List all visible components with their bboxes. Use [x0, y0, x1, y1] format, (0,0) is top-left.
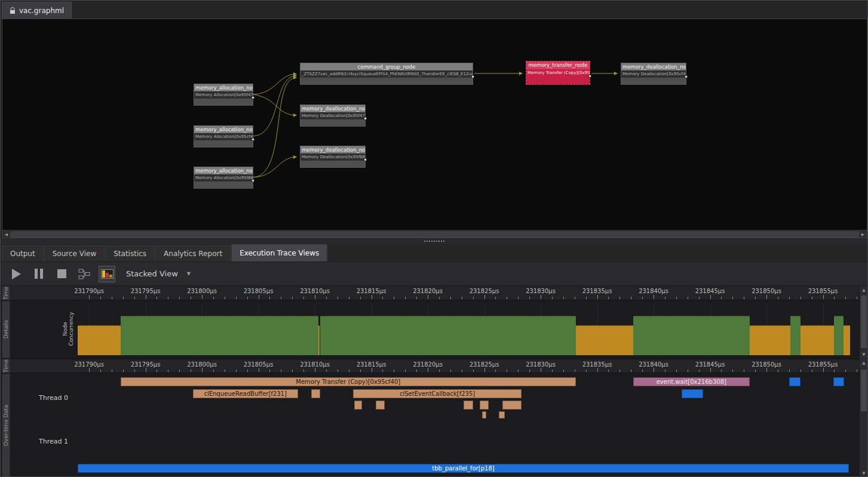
- node-title: memory_deallocation_node: [621, 63, 686, 70]
- graph-node-memory-transfer[interactable]: memory_transfer_node Memory Transfer (Co…: [526, 61, 590, 85]
- node-port[interactable]: [251, 96, 254, 99]
- tab-analytics-report[interactable]: Analytics Report: [155, 245, 231, 261]
- chevron-down-icon[interactable]: ▼: [187, 271, 191, 276]
- graph-node-memory-allocation-mid[interactable]: memory_allocation_node Memory Allocation…: [194, 125, 253, 147]
- tree-view-icon: [78, 269, 90, 279]
- ruler-tick: [778, 370, 778, 372]
- sidebar-strip-time-mid[interactable]: Time: [2, 359, 10, 373]
- trace-bar[interactable]: Memory Transfer (Copy)[0x95cf40]: [121, 377, 576, 386]
- scroll-up-icon[interactable]: ▲: [860, 359, 868, 367]
- graph-edge[interactable]: [252, 157, 296, 177]
- document-tab-vac-graphml[interactable]: vac.graphml: [2, 2, 72, 19]
- graph-node-memory-deallocation-mid[interactable]: memory_deallocation_node Memory Dealloca…: [300, 104, 366, 127]
- ruler-tick: [766, 295, 767, 299]
- scroll-down-icon[interactable]: ▼: [860, 350, 868, 359]
- splitter-grip-icon: [424, 241, 444, 242]
- sidebar-strip-time-top[interactable]: Time: [2, 286, 10, 300]
- node-port[interactable]: [471, 75, 474, 78]
- scroll-left-icon[interactable]: ◀: [2, 230, 10, 238]
- panel-splitter[interactable]: [1, 238, 867, 244]
- overtime-vertical-scrollbar[interactable]: ▲ ▼: [859, 359, 867, 477]
- trace-bar-tbb-parallel-for[interactable]: tbb_parallel_for[p18]: [78, 464, 849, 473]
- graph-node-command-group[interactable]: command_group_node _ZTSZZ7vec_addRN2cl4s…: [300, 63, 473, 85]
- graph-node-memory-allocation-top[interactable]: memory_allocation_node Memory Allocation…: [194, 84, 253, 106]
- trace-bar[interactable]: [833, 377, 845, 386]
- graph-edge[interactable]: [252, 76, 296, 136]
- ruler-tick: [112, 297, 112, 299]
- ruler-tick: [157, 297, 157, 299]
- scrollbar-thumb[interactable]: [861, 296, 867, 348]
- node-footer: [194, 99, 253, 105]
- trace-bar[interactable]: clSetEventCallback[f235]: [353, 389, 522, 398]
- trace-bar[interactable]: clEnqueueReadBuffer[f231]: [193, 389, 298, 398]
- time-ruler-label: 231845μs: [695, 361, 725, 368]
- scroll-right-icon[interactable]: ▶: [859, 230, 867, 238]
- ruler-tick: [642, 370, 643, 372]
- tree-view-button[interactable]: [76, 266, 93, 282]
- graph-node-memory-deallocation-bottom[interactable]: memory_deallocation_node Memory Dealloca…: [300, 146, 366, 168]
- node-port[interactable]: [251, 138, 254, 141]
- node-port[interactable]: [364, 117, 367, 120]
- trace-bar[interactable]: [311, 389, 320, 398]
- trace-bar[interactable]: [502, 401, 522, 410]
- time-ruler-label: 231805μs: [244, 288, 274, 294]
- ruler-tick: [495, 297, 496, 299]
- concurrency-plot-area[interactable]: [1, 300, 867, 359]
- graph-node-memory-deallocation-right[interactable]: memory_deallocation_node Memory Dealloca…: [621, 63, 686, 85]
- sidebar-strip-over-time-data[interactable]: Over-time Data: [2, 374, 10, 477]
- trace-bar[interactable]: [354, 401, 362, 410]
- scroll-down-icon[interactable]: ▼: [860, 469, 868, 477]
- ruler-tick: [146, 295, 146, 299]
- trace-bar[interactable]: [480, 401, 489, 410]
- graph-canvas[interactable]: command_group_node _ZTSZZ7vec_addRN2cl4s…: [2, 19, 867, 238]
- graph-node-memory-allocation-bottom[interactable]: memory_allocation_node Memory Allocation…: [194, 167, 253, 189]
- tab-execution-trace-views[interactable]: Execution Trace Views: [231, 244, 327, 261]
- tab-statistics[interactable]: Statistics: [105, 245, 155, 261]
- trace-bar[interactable]: event.wait[0x216b308]: [633, 377, 750, 386]
- trace-bar[interactable]: [499, 411, 504, 418]
- sidebar-strip-details[interactable]: Details: [2, 301, 10, 358]
- tab-source-view[interactable]: Source View: [44, 245, 105, 261]
- scrollbar-thumb[interactable]: [10, 231, 859, 238]
- stop-button[interactable]: [53, 266, 70, 282]
- play-button[interactable]: [8, 266, 24, 282]
- trace-bar[interactable]: [482, 411, 487, 418]
- time-ruler-top[interactable]: 231790μs231795μs231800μs231805μs231810μs…: [1, 286, 867, 300]
- node-footer: [526, 77, 590, 84]
- node-footer: [194, 181, 253, 188]
- tab-output[interactable]: Output: [2, 245, 44, 261]
- over-time-data-panel[interactable]: Memory Transfer (Copy)[0x95cf40]event.wa…: [1, 373, 867, 477]
- graph-edge[interactable]: [252, 78, 296, 177]
- ruler-tick: [338, 370, 338, 372]
- node-port[interactable]: [685, 75, 688, 78]
- scrollbar-thumb[interactable]: [861, 370, 867, 411]
- trace-bar[interactable]: [682, 389, 703, 398]
- graph-edge[interactable]: [252, 94, 296, 115]
- node-port[interactable]: [364, 158, 367, 161]
- time-ruler-label: 231810μs: [300, 288, 330, 294]
- scroll-up-icon[interactable]: ▲: [860, 286, 868, 294]
- graph-horizontal-scrollbar[interactable]: ◀ ▶: [2, 230, 867, 238]
- ruler-tick: [800, 370, 801, 372]
- trace-bar[interactable]: [376, 401, 385, 410]
- time-ruler-label: 231790μs: [74, 288, 104, 294]
- trace-bar[interactable]: [464, 401, 473, 410]
- graph-edge[interactable]: [252, 74, 296, 94]
- ruler-tick: [688, 297, 688, 299]
- ruler-tick: [744, 297, 744, 299]
- details-vertical-scrollbar[interactable]: ▲ ▼: [859, 286, 867, 359]
- lock-icon: [10, 7, 16, 14]
- stacked-view-button[interactable]: [99, 266, 115, 282]
- node-port[interactable]: [588, 75, 591, 78]
- ruler-tick: [473, 297, 474, 299]
- node-concurrency-chart[interactable]: Node Concurrency: [1, 300, 867, 359]
- time-ruler-label: 231830μs: [526, 361, 556, 368]
- node-port[interactable]: [251, 179, 254, 182]
- view-mode-dropdown[interactable]: Stacked View: [126, 269, 178, 278]
- trace-bar[interactable]: [789, 377, 800, 386]
- pause-button[interactable]: [30, 266, 47, 282]
- time-ruler-label: 231855μs: [808, 288, 838, 294]
- ruler-tick: [382, 297, 383, 299]
- ruler-tick: [484, 295, 485, 299]
- time-ruler-bottom[interactable]: 231790μs231795μs231800μs231805μs231810μs…: [1, 359, 867, 373]
